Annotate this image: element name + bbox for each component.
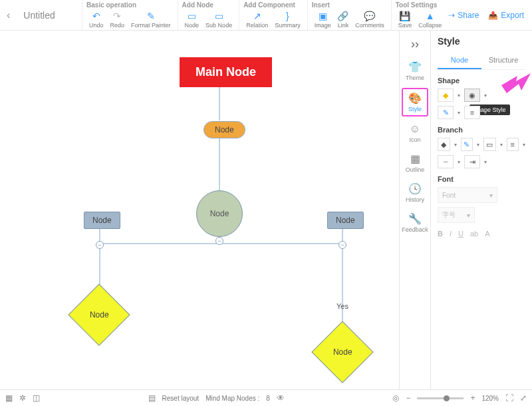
shape-fill-color[interactable]: ◆ xyxy=(438,89,454,102)
doc-title[interactable]: Untitled xyxy=(17,0,82,30)
group-insert: Insert xyxy=(312,1,387,9)
underline-button[interactable]: U xyxy=(458,230,464,238)
redo-icon: ↷ xyxy=(112,11,122,21)
strip-icon[interactable]: ☺Icon xyxy=(402,120,428,146)
comment-icon: 💬 xyxy=(364,11,375,21)
clock-icon: 🕓 xyxy=(408,182,422,195)
node-count-label: Mind Map Nodes : xyxy=(205,395,259,402)
shape-style-button[interactable]: ◉ xyxy=(464,89,480,102)
strip-style[interactable]: 🎨Style xyxy=(402,88,428,116)
branch-dash[interactable]: ┈ xyxy=(438,155,454,168)
section-font: Font xyxy=(438,175,525,183)
export-icon: 📤 xyxy=(488,11,498,20)
main-node[interactable]: Main Node xyxy=(180,57,272,87)
node-icon: ▭ xyxy=(186,11,197,21)
comments-button[interactable]: 💬Comments xyxy=(352,10,387,29)
grid-toggle[interactable]: ▦ xyxy=(5,393,13,403)
node-button[interactable]: ▭Node xyxy=(182,10,202,29)
undo-button[interactable]: ↶Undo xyxy=(86,10,106,29)
summary-button[interactable]: }Summary xyxy=(272,10,303,29)
node-pill[interactable]: Node xyxy=(203,121,245,138)
outline-icon: ▦ xyxy=(410,152,420,165)
node-circle[interactable]: Node xyxy=(196,190,243,237)
fit-icon[interactable]: ⛶ xyxy=(505,393,513,403)
shape-border-style[interactable]: ≡ xyxy=(464,106,480,119)
layout-icon[interactable]: ▤ xyxy=(148,393,156,403)
branch-box[interactable]: ▭ xyxy=(483,138,496,151)
collapse-chip-left[interactable]: − xyxy=(96,241,104,249)
section-branch: Branch xyxy=(438,126,525,134)
fullscreen-icon[interactable]: ⤢ xyxy=(520,393,527,403)
relation-icon: ↗ xyxy=(252,11,263,21)
reset-layout-button[interactable]: Reset layout xyxy=(162,395,200,402)
save-icon: 💾 xyxy=(400,11,410,21)
collapse-button[interactable]: ▲Collapse xyxy=(416,10,444,29)
wrench-icon: 🔧 xyxy=(408,212,422,225)
font-size-select[interactable]: 字号▾ xyxy=(438,207,475,223)
zoom-out-button[interactable]: − xyxy=(406,393,410,403)
italic-button[interactable]: I xyxy=(450,230,452,238)
format-painter-button[interactable]: ✎Format Painter xyxy=(128,10,174,29)
smile-icon: ☺ xyxy=(410,123,420,135)
panel-title: Style xyxy=(438,36,525,47)
tab-node[interactable]: Node xyxy=(438,52,481,69)
settings-icon[interactable]: ✲ xyxy=(19,393,26,403)
strip-feedback[interactable]: 🔧Feedback xyxy=(402,210,428,236)
back-button[interactable]: ‹ xyxy=(0,0,17,30)
palette-icon: 🎨 xyxy=(408,92,422,104)
subnode-button[interactable]: ▭Sub Node xyxy=(203,10,235,29)
export-button[interactable]: 📤Export xyxy=(488,11,524,20)
branch-fill[interactable]: ◆ xyxy=(438,138,450,151)
svg-marker-8 xyxy=(501,73,531,93)
node-rect-right[interactable]: Node xyxy=(327,212,364,229)
canvas[interactable]: Main Node Node Node − Node − Node − Yes … xyxy=(0,31,399,389)
group-basic: Basic operation xyxy=(86,1,174,9)
group-toolsettings: Tool Settings xyxy=(396,1,445,9)
zoom-slider[interactable] xyxy=(417,397,464,399)
annotation-arrow xyxy=(501,71,531,93)
bold-button[interactable]: B xyxy=(438,230,443,238)
branch-connector[interactable]: ⇥ xyxy=(464,155,480,168)
collapse-icon: ▲ xyxy=(425,11,436,21)
node-count-value: 8 xyxy=(266,395,270,402)
strip-theme[interactable]: 👕Theme xyxy=(402,58,428,84)
font-family-select[interactable]: Font▾ xyxy=(438,187,497,203)
save-button[interactable]: 💾Save xyxy=(396,10,415,29)
strip-history[interactable]: 🕓History xyxy=(402,180,428,206)
node-rect-left[interactable]: Node xyxy=(84,212,120,229)
share-button[interactable]: ⇢Share xyxy=(448,11,479,20)
collapse-chip-right[interactable]: − xyxy=(338,241,346,249)
share-icon: ⇢ xyxy=(448,11,455,20)
undo-icon: ↶ xyxy=(91,11,102,21)
redo-button[interactable]: ↷Redo xyxy=(108,10,128,29)
branch-lines[interactable]: ≡ xyxy=(507,138,519,151)
font-color-button[interactable]: A xyxy=(485,230,489,238)
collapse-chip[interactable]: − xyxy=(215,237,223,245)
strike-button[interactable]: ab xyxy=(470,230,478,238)
subnode-icon: ▭ xyxy=(213,11,224,21)
shape-border-color[interactable]: ✎ xyxy=(438,106,454,119)
tab-structure[interactable]: Structure xyxy=(481,52,525,69)
zoom-in-button[interactable]: + xyxy=(470,393,475,403)
group-addnode: Add Node xyxy=(182,1,235,9)
group-component: Add Component xyxy=(243,1,303,9)
center-icon[interactable]: ◎ xyxy=(392,393,399,403)
image-button[interactable]: ▣Image xyxy=(312,10,334,29)
panel-toggle[interactable]: ›› xyxy=(408,35,422,54)
preview-icon[interactable]: 👁 xyxy=(277,393,285,403)
brush-icon: ✎ xyxy=(146,11,156,21)
branch-line-color[interactable]: ✎ xyxy=(461,138,473,151)
link-button[interactable]: 🔗Link xyxy=(335,10,352,29)
theme-icon: 👕 xyxy=(408,61,422,73)
edge-label-yes: Yes xyxy=(336,302,348,310)
image-icon: ▣ xyxy=(317,11,328,21)
layers-icon[interactable]: ◫ xyxy=(33,393,40,403)
link-icon: 🔗 xyxy=(338,11,348,21)
zoom-value: 120% xyxy=(481,395,499,402)
summary-icon: } xyxy=(282,11,293,21)
relation-button[interactable]: ↗Relation xyxy=(243,10,271,29)
strip-outline[interactable]: ▦Outline xyxy=(402,150,428,176)
